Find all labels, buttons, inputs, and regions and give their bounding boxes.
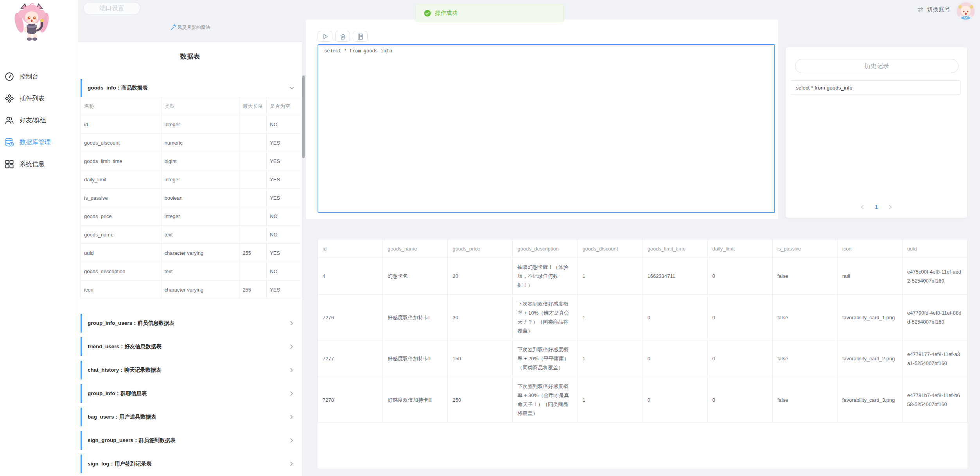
grid-icon bbox=[4, 159, 14, 169]
schema-table: 名称类型最大长度是否为空 idintegerNOgoods_discountnu… bbox=[81, 97, 301, 299]
schema-row: goods_limit_timebigintYES bbox=[81, 152, 301, 170]
table-section-collapsed-1[interactable]: friend_users：好友信息数据表 bbox=[81, 337, 301, 356]
result-col-header: goods_description bbox=[513, 240, 578, 258]
table-section-collapsed-6[interactable]: sign_log：用户签到记录表 bbox=[81, 455, 301, 473]
schema-col-header: 最大长度 bbox=[239, 97, 267, 115]
switch-account-label: 切换账号 bbox=[927, 6, 950, 13]
results-card: idgoods_namegoods_pricegoods_description… bbox=[318, 239, 967, 469]
collapse-label: chat_history：聊天记录数据表 bbox=[88, 367, 289, 374]
result-col-header: goods_price bbox=[448, 240, 513, 258]
schema-row: goods_discountnumericYES bbox=[81, 134, 301, 152]
database-icon bbox=[4, 137, 14, 147]
port-settings-button[interactable]: 端口设置 bbox=[83, 2, 140, 15]
sidebar-item-database[interactable]: 数据库管理 bbox=[0, 131, 78, 153]
history-item[interactable]: select * from goods_info bbox=[791, 80, 960, 95]
chevron-right-icon bbox=[289, 390, 295, 397]
collapse-label: group_info：群聊信息表 bbox=[88, 390, 289, 397]
sidebar: 控制台插件列表好友/群组数据库管理系统信息 bbox=[0, 0, 78, 476]
collapse-header-goods-info[interactable]: goods_info：商品数据表 bbox=[81, 79, 301, 97]
table-section-collapsed-2[interactable]: chat_history：聊天记录数据表 bbox=[81, 361, 301, 379]
prev-page-icon[interactable] bbox=[860, 204, 865, 210]
magic-banner: 风灵月影的魔法 bbox=[78, 24, 302, 31]
magic-wand-icon bbox=[170, 24, 176, 31]
history-list: select * from goods_info bbox=[791, 80, 960, 95]
sidebar-item-friends[interactable]: 好友/群组 bbox=[0, 109, 78, 131]
dashboard-icon bbox=[4, 72, 14, 82]
collapse-label: sign_group_users：群员签到数据表 bbox=[88, 437, 289, 444]
next-page-icon[interactable] bbox=[888, 204, 893, 210]
schema-row: goods_nametextNO bbox=[81, 225, 301, 244]
run-query-button[interactable] bbox=[318, 31, 332, 42]
sql-editor-card: select * from goods_info bbox=[306, 20, 778, 219]
chevron-right-icon bbox=[289, 344, 295, 350]
result-col-header: id bbox=[318, 240, 383, 258]
result-row: 7276好感度双倍加持卡Ⅰ30下次签到双倍好感度概率 + 10%（谁才是真命天子… bbox=[318, 295, 967, 340]
sidebar-item-label: 系统信息 bbox=[20, 160, 45, 168]
result-col-header: is_passive bbox=[772, 240, 837, 258]
sidebar-item-label: 插件列表 bbox=[20, 95, 45, 103]
history-title: 历史记录 bbox=[795, 59, 958, 73]
result-col-header: goods_name bbox=[383, 240, 448, 258]
schema-row: goods_descriptiontextNO bbox=[81, 262, 301, 281]
chevron-right-icon bbox=[289, 461, 295, 467]
chevron-right-icon bbox=[289, 367, 295, 373]
sidebar-item-label: 好友/群组 bbox=[20, 116, 46, 125]
sidebar-nav: 控制台插件列表好友/群组数据库管理系统信息 bbox=[0, 66, 78, 175]
sidebar-item-console[interactable]: 控制台 bbox=[0, 66, 78, 88]
sidebar-item-system[interactable]: 系统信息 bbox=[0, 153, 78, 175]
result-col-header: goods_discount bbox=[578, 240, 643, 258]
collapse-label: friend_users：好友信息数据表 bbox=[88, 343, 289, 350]
magic-banner-label: 风灵月影的魔法 bbox=[178, 24, 210, 31]
collapse-label: goods_info：商品数据表 bbox=[88, 84, 289, 91]
switch-account-button[interactable]: 切换账号 bbox=[917, 0, 950, 19]
collapse-label: sign_log：用户签到记录表 bbox=[88, 460, 289, 467]
page-number[interactable]: 1 bbox=[875, 204, 878, 210]
sidebar-item-label: 控制台 bbox=[20, 73, 38, 81]
result-col-header: goods_limit_time bbox=[643, 240, 707, 258]
results-table: idgoods_namegoods_pricegoods_description… bbox=[318, 239, 967, 423]
scrollbar-thumb[interactable] bbox=[302, 75, 305, 158]
schema-row: is_passivebooleanYES bbox=[81, 189, 301, 207]
result-col-header: uuid bbox=[902, 240, 967, 258]
schema-col-header: 类型 bbox=[161, 97, 239, 115]
editor-toolbar bbox=[318, 31, 368, 42]
table-section-collapsed-0[interactable]: group_info_users：群员信息数据表 bbox=[81, 314, 301, 333]
table-section-collapsed-4[interactable]: bag_users：用户道具数据表 bbox=[81, 408, 301, 426]
schema-row: daily_limitintegerYES bbox=[81, 170, 301, 189]
sidebar-item-plugins[interactable]: 插件列表 bbox=[0, 88, 78, 109]
user-avatar[interactable] bbox=[956, 0, 975, 20]
table-section-collapsed-5[interactable]: sign_group_users：群员签到数据表 bbox=[81, 431, 301, 450]
success-check-icon bbox=[424, 10, 431, 17]
swap-arrows-icon bbox=[917, 6, 924, 13]
table-section-collapsed-3[interactable]: group_info：群聊信息表 bbox=[81, 384, 301, 403]
clear-sql-button[interactable] bbox=[335, 31, 350, 42]
schema-col-header: 是否为空 bbox=[267, 97, 301, 115]
app-logo-avatar bbox=[14, 2, 50, 42]
history-panel: 历史记录 select * from goods_info 1 bbox=[785, 47, 967, 218]
result-row: 7277好感度双倍加持卡Ⅱ150下次签到双倍好感度概率 + 20%（平平庸庸）（… bbox=[318, 340, 967, 377]
table-section-goods-info: goods_info：商品数据表 名称类型最大长度是否为空 idintegerN… bbox=[81, 79, 301, 309]
chevron-right-icon bbox=[289, 320, 295, 326]
play-icon bbox=[321, 33, 329, 40]
result-col-header: daily_limit bbox=[707, 240, 772, 258]
schema-row: idintegerNO bbox=[81, 115, 301, 134]
tables-panel: 端口设置 风灵月影的魔法 数据表 goods_info：商品数据表 名称类型最大… bbox=[78, 0, 302, 476]
pagination: 1 bbox=[786, 204, 967, 210]
chevron-right-icon bbox=[289, 437, 295, 444]
chevron-right-icon bbox=[289, 414, 295, 420]
result-row: 4幻想卡包20抽取幻想卡牌！（体验版，不记录任何数据！）116623347110… bbox=[318, 258, 967, 295]
success-toast: 操作成功 bbox=[416, 4, 564, 22]
toast-message: 操作成功 bbox=[435, 9, 458, 17]
notebook-icon bbox=[357, 33, 364, 40]
schema-row: uuidcharacter varying255YES bbox=[81, 244, 301, 262]
panel-header: 端口设置 风灵月影的魔法 bbox=[78, 0, 302, 42]
notebook-button[interactable] bbox=[353, 31, 368, 42]
sql-input[interactable]: select * from goods_info bbox=[318, 44, 775, 213]
chevron-down-icon bbox=[289, 85, 295, 91]
schema-row: iconcharacter varying255YES bbox=[81, 281, 301, 299]
tables-panel-title: 数据表 bbox=[78, 52, 302, 61]
schema-row: goods_priceintegerNO bbox=[81, 207, 301, 225]
trash-icon bbox=[339, 33, 346, 40]
users-icon bbox=[4, 115, 14, 125]
tables-collapse-list: goods_info：商品数据表 名称类型最大长度是否为空 idintegerN… bbox=[81, 79, 301, 473]
